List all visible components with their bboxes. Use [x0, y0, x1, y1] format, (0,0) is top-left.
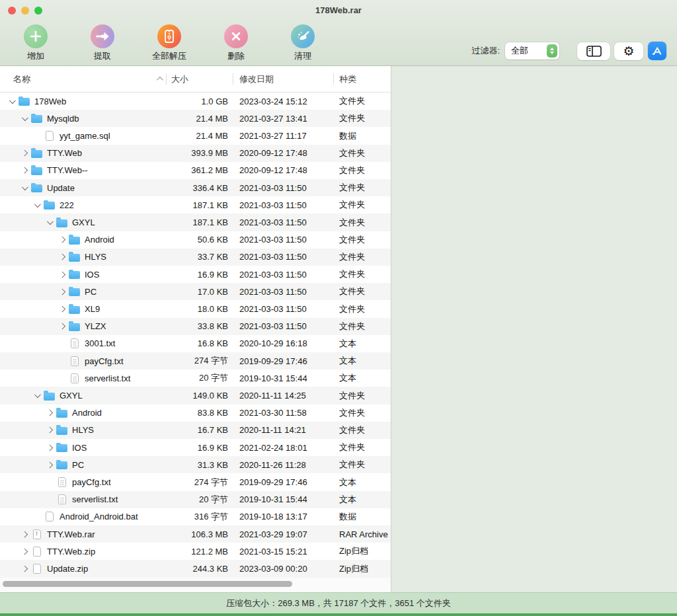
disclosure-chevron-icon[interactable]	[8, 96, 17, 106]
add-button[interactable]: 增加	[11, 20, 61, 65]
name-cell: HLYS	[0, 251, 167, 262]
disclosure-chevron-icon[interactable]	[20, 166, 30, 175]
folder-icon	[30, 113, 44, 124]
name-cell: YLZX	[0, 321, 167, 332]
disclosure-chevron-icon[interactable]	[46, 426, 55, 435]
scrollbar-thumb[interactable]	[3, 581, 292, 587]
name-cell: GXYL	[0, 217, 167, 228]
close-window-button[interactable]	[8, 7, 16, 15]
extract-label: 提取	[94, 50, 111, 62]
disclosure-chevron-icon[interactable]	[58, 270, 67, 279]
app-store-button[interactable]	[648, 42, 666, 60]
disclosure-chevron-icon[interactable]	[46, 443, 55, 452]
clean-button[interactable]: 清理	[278, 20, 328, 65]
delete-label: 删除	[227, 50, 245, 62]
table-row[interactable]: 222187.1 KB2021-03-03 11:50文件夹	[0, 196, 391, 213]
disclosure-chevron-icon[interactable]	[58, 287, 67, 296]
table-row[interactable]: Android83.8 KB2021-03-30 11:58文件夹	[0, 404, 391, 422]
table-row[interactable]: payCfg.txt274 字节2019-09-29 17:46文本	[0, 352, 391, 369]
table-row[interactable]: TTY.Web--361.2 MB2020-09-12 17:48文件夹	[0, 162, 391, 179]
file-size: 361.2 MB	[167, 165, 233, 175]
horizontal-scrollbar[interactable]	[0, 578, 391, 592]
file-modified-date: 2021-03-03 11:50	[233, 217, 334, 227]
column-header-name[interactable]: 名称	[0, 73, 167, 85]
file-name: Android	[72, 408, 102, 418]
disclosure-chevron-icon[interactable]	[46, 408, 55, 418]
disclosure-chevron-icon[interactable]	[33, 391, 42, 401]
table-row[interactable]: Mysqldb21.4 MB2021-03-27 13:41文件夹	[0, 110, 391, 127]
text-file-icon	[67, 356, 81, 367]
table-row[interactable]: Update.zip244.3 KB2023-03-09 00:20Zip归档	[0, 560, 391, 577]
table-row[interactable]: GXYL187.1 KB2021-03-03 11:50文件夹	[0, 213, 391, 231]
table-row[interactable]: GXYL149.0 KB2020-11-11 14:25文件夹	[0, 387, 391, 404]
table-row[interactable]: HLYS33.7 KB2021-03-03 11:50文件夹	[0, 249, 391, 266]
extract-all-button[interactable]: 全部解压	[144, 20, 194, 65]
folder-icon	[42, 200, 56, 211]
sidebar-toggle-button[interactable]	[577, 42, 610, 60]
column-header-date[interactable]: 修改日期	[233, 73, 334, 85]
text-file-icon	[55, 494, 69, 505]
disclosure-chevron-icon[interactable]	[58, 305, 67, 314]
table-row[interactable]: payCfg.txt274 字节2019-09-29 17:46文本	[0, 473, 391, 490]
extract-button[interactable]: 提取	[77, 20, 128, 65]
file-modified-date: 2021-03-03 11:50	[233, 183, 334, 193]
archive-app-window: 178Web.rar 增加 提取	[0, 0, 677, 616]
name-cell: TTY.Web.rar	[0, 529, 167, 540]
file-kind: 文件夹	[334, 286, 391, 297]
disclosure-chevron-icon[interactable]	[46, 460, 55, 469]
table-row[interactable]: YLZX33.8 KB2021-03-03 11:50文件夹	[0, 318, 391, 335]
file-name: PC	[72, 460, 84, 470]
column-header-size[interactable]: 大小	[167, 73, 233, 85]
table-row[interactable]: Android50.6 KB2021-03-03 11:50文件夹	[0, 231, 391, 249]
table-row[interactable]: XL918.0 KB2021-03-03 11:50文件夹	[0, 300, 391, 317]
table-header: 名称 大小 修改日期 种类	[0, 66, 391, 93]
filter-label: 过滤器:	[471, 45, 500, 57]
folder-icon	[67, 269, 81, 280]
table-row[interactable]: serverlist.txt20 字节2019-10-31 15:44文本	[0, 369, 391, 387]
disclosure-chevron-icon[interactable]	[20, 529, 30, 539]
table-row[interactable]: Android_Android.bat316 字节2019-10-18 13:1…	[0, 508, 391, 525]
table-row[interactable]: Update336.4 KB2021-03-03 11:50文件夹	[0, 179, 391, 196]
file-modified-date: 2020-09-12 17:48	[233, 165, 334, 175]
toolbar: 增加 提取 全部解压	[0, 20, 677, 65]
table-row[interactable]: TTY.Web.rar106.3 MB2021-03-29 19:07RAR A…	[0, 525, 391, 543]
table-row[interactable]: serverlist.txt20 字节2019-10-31 15:44文本	[0, 491, 391, 508]
table-row[interactable]: IOS16.9 KB2021-02-24 18:01文件夹	[0, 439, 391, 456]
disclosure-chevron-icon[interactable]	[20, 114, 30, 123]
disclosure-chevron-icon[interactable]	[46, 218, 55, 227]
file-icon	[42, 130, 56, 141]
table-row[interactable]: HLYS16.7 KB2020-11-11 14:21文件夹	[0, 422, 391, 439]
table-row[interactable]: PC31.3 KB2020-11-26 11:28文件夹	[0, 456, 391, 473]
disclosure-chevron-icon[interactable]	[58, 322, 67, 331]
column-header-kind[interactable]: 种类	[334, 73, 391, 85]
table-row[interactable]: PC17.0 KB2021-03-03 11:50文件夹	[0, 283, 391, 300]
disclosure-chevron-icon[interactable]	[58, 235, 67, 245]
disclosure-chevron-icon[interactable]	[20, 564, 30, 574]
content-area: 名称 大小 修改日期 种类 178Web1.0 GB2023-03-24 15:…	[0, 66, 677, 592]
disclosure-chevron-icon[interactable]	[58, 252, 67, 262]
name-cell: PC	[0, 286, 167, 297]
folder-icon	[55, 217, 69, 228]
rar-file-icon	[30, 529, 44, 540]
name-cell: Android	[0, 407, 167, 418]
disclosure-chevron-icon[interactable]	[33, 200, 42, 210]
minimize-window-button[interactable]	[21, 7, 29, 15]
table-row[interactable]: yyt_game.sql21.4 MB2021-03-27 11:17数据	[0, 127, 391, 144]
file-modified-date: 2021-03-03 11:50	[233, 304, 334, 314]
table-row[interactable]: 3001.txt16.8 KB2020-10-29 16:18文本	[0, 335, 391, 352]
file-name: 3001.txt	[85, 338, 115, 348]
filter-select[interactable]: 全部	[505, 42, 559, 59]
disclosure-chevron-icon[interactable]	[20, 149, 30, 158]
file-modified-date: 2019-10-18 13:17	[233, 512, 334, 521]
delete-button[interactable]: 删除	[211, 20, 261, 65]
indent-spacer	[58, 356, 67, 366]
disclosure-chevron-icon[interactable]	[20, 183, 30, 192]
table-row[interactable]: 178Web1.0 GB2023-03-24 15:12文件夹	[0, 93, 391, 110]
table-row[interactable]: IOS16.9 KB2021-03-03 11:50文件夹	[0, 266, 391, 283]
settings-button[interactable]: ⚙	[614, 42, 643, 60]
table-row[interactable]: TTY.Web393.9 MB2020-09-12 17:48文件夹	[0, 145, 391, 162]
file-kind: 文件夹	[334, 303, 391, 315]
disclosure-chevron-icon[interactable]	[20, 547, 30, 556]
table-row[interactable]: TTY.Web.zip121.2 MB2021-03-15 15:21Zip归档	[0, 543, 391, 560]
zoom-window-button[interactable]	[34, 7, 42, 15]
